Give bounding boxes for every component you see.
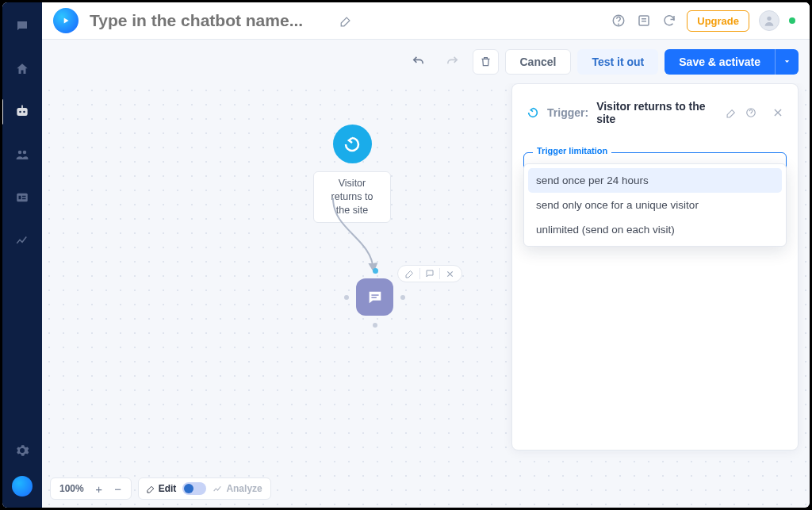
sidebar-analytics-icon[interactable] xyxy=(13,231,32,250)
limitation-options-list: send once per 24 hours send only once fo… xyxy=(523,163,787,247)
edit-title-icon[interactable] xyxy=(339,13,354,29)
panel-trigger-name: Visitor returns to the site xyxy=(596,100,713,125)
svg-rect-0 xyxy=(17,108,27,116)
svg-point-13 xyxy=(767,17,771,21)
upgrade-button[interactable]: Upgrade xyxy=(687,10,749,32)
mode-switch[interactable] xyxy=(182,482,206,495)
node-toolbar xyxy=(397,265,462,282)
node-connector xyxy=(327,198,383,278)
test-button[interactable]: Test it out xyxy=(577,49,658,75)
notes-icon[interactable] xyxy=(636,13,652,29)
sidebar-home-icon[interactable] xyxy=(13,59,32,79)
brand-logo[interactable] xyxy=(53,8,79,33)
sidebar-brand-logo[interactable] xyxy=(12,476,33,497)
zoom-controls: 100% + − xyxy=(50,477,132,500)
trigger-icon xyxy=(333,125,372,163)
panel-trigger-icon xyxy=(527,105,539,120)
sidebar-visitors-icon[interactable] xyxy=(13,145,32,164)
save-dropdown-button[interactable] xyxy=(775,49,799,75)
sidebar-settings-icon[interactable] xyxy=(13,441,32,460)
node-comment-icon[interactable] xyxy=(423,267,436,280)
delete-button[interactable] xyxy=(473,49,499,75)
redo-button[interactable] xyxy=(439,49,466,75)
undo-button[interactable] xyxy=(404,49,432,75)
zoom-in-button[interactable]: + xyxy=(90,480,108,497)
svg-rect-14 xyxy=(371,294,378,295)
trigger-panel: Trigger: Visitor returns to the site xyxy=(511,83,799,451)
zoom-out-button[interactable]: − xyxy=(109,480,127,497)
user-avatar[interactable] xyxy=(759,10,779,31)
flow-canvas[interactable]: Visitor returns to the site xyxy=(42,83,810,508)
sidebar-chatbot-icon[interactable] xyxy=(13,102,32,121)
app-header: Upgrade xyxy=(42,2,810,40)
svg-rect-15 xyxy=(371,297,376,297)
svg-rect-9 xyxy=(22,198,26,200)
save-button[interactable]: Save & activate xyxy=(665,49,775,75)
canvas-bottombar: 100% + − Edit Analyze xyxy=(50,477,271,500)
panel-close-icon[interactable] xyxy=(772,106,783,119)
panel-edit-icon[interactable] xyxy=(726,106,737,119)
cancel-button[interactable]: Cancel xyxy=(505,49,572,75)
svg-point-1 xyxy=(19,111,21,113)
node-edit-icon[interactable] xyxy=(404,267,416,280)
svg-rect-8 xyxy=(22,196,26,197)
zoom-level: 100% xyxy=(55,483,89,494)
help-icon[interactable] xyxy=(611,13,626,29)
svg-rect-3 xyxy=(21,105,23,108)
node-delete-icon[interactable] xyxy=(443,267,456,280)
limitation-option[interactable]: unlimited (send on each visit) xyxy=(528,217,782,242)
svg-point-2 xyxy=(23,111,25,113)
action-node[interactable] xyxy=(356,278,393,316)
chatbot-name-input[interactable] xyxy=(88,10,329,31)
limitation-option[interactable]: send only once for a unique visitor xyxy=(528,193,782,217)
svg-point-11 xyxy=(619,24,619,25)
svg-rect-6 xyxy=(17,194,28,202)
mode-edit[interactable]: Edit xyxy=(147,483,177,494)
canvas-toolbar: Cancel Test it out Save & activate xyxy=(42,40,810,83)
app-sidebar xyxy=(2,2,42,508)
sidebar-id-icon[interactable] xyxy=(13,188,32,207)
refresh-icon[interactable] xyxy=(661,13,677,29)
mode-toggle: Edit Analyze xyxy=(138,477,271,500)
svg-point-4 xyxy=(18,151,22,155)
limitation-option[interactable]: send once per 24 hours xyxy=(528,168,782,193)
message-action-icon xyxy=(356,278,393,316)
panel-help-icon[interactable] xyxy=(745,106,756,119)
svg-rect-7 xyxy=(19,196,21,200)
svg-point-5 xyxy=(23,151,27,155)
online-status-dot xyxy=(789,17,795,24)
limitation-label: Trigger limitation xyxy=(533,146,611,155)
panel-trigger-prefix: Trigger: xyxy=(547,106,588,119)
sidebar-chat-icon[interactable] xyxy=(13,17,32,36)
mode-analyze[interactable]: Analyze xyxy=(213,483,262,494)
